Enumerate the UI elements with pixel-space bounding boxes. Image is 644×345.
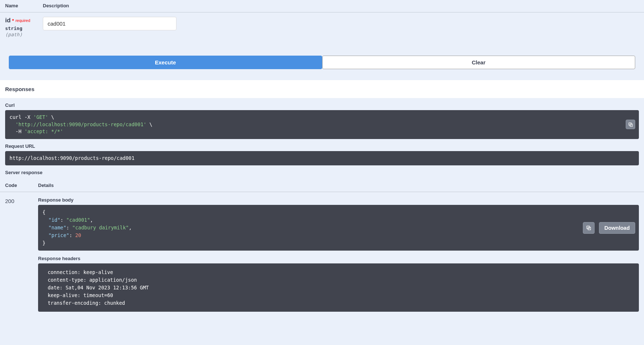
request-url-block: http://localhost:9090/products-repo/cad0… bbox=[5, 151, 639, 166]
col-header-description: Description bbox=[43, 3, 639, 8]
request-url-label: Request URL bbox=[0, 139, 644, 151]
col-header-name: Name bbox=[5, 3, 43, 8]
required-label: required bbox=[15, 18, 30, 23]
response-row: 200 Response body { "id": "cad001", "nam… bbox=[0, 192, 644, 326]
response-code: 200 bbox=[5, 197, 38, 204]
params-table-header: Name Description bbox=[0, 0, 644, 12]
curl-block: curl -X 'GET' \ 'http://localhost:9090/p… bbox=[5, 110, 639, 139]
param-id-input[interactable] bbox=[43, 17, 176, 30]
download-button[interactable]: Download bbox=[599, 222, 635, 234]
clear-button[interactable]: Clear bbox=[322, 56, 636, 69]
param-row-id: id * required string (path) bbox=[0, 12, 644, 56]
param-name: id * required bbox=[5, 17, 43, 24]
server-response-label: Server response bbox=[0, 165, 644, 177]
responses-heading: Responses bbox=[0, 80, 644, 98]
curl-label: Curl bbox=[0, 98, 644, 110]
param-name-text: id bbox=[5, 17, 11, 24]
required-star-icon: * bbox=[12, 18, 14, 23]
param-location: (path) bbox=[5, 32, 43, 37]
execute-button[interactable]: Execute bbox=[9, 56, 322, 69]
response-body-label: Response body bbox=[38, 197, 639, 203]
param-type: string bbox=[5, 26, 43, 31]
copy-curl-icon[interactable] bbox=[626, 120, 635, 129]
response-headers-label: Response headers bbox=[38, 256, 639, 261]
response-headers-block: connection: keep-alive content-type: app… bbox=[38, 263, 639, 312]
response-table-header: Code Details bbox=[0, 179, 644, 192]
col-header-details: Details bbox=[38, 183, 639, 188]
response-body-block: { "id": "cad001", "name": "cadbury dairy… bbox=[38, 205, 639, 251]
col-header-code: Code bbox=[5, 183, 38, 188]
copy-body-icon[interactable] bbox=[583, 222, 595, 234]
